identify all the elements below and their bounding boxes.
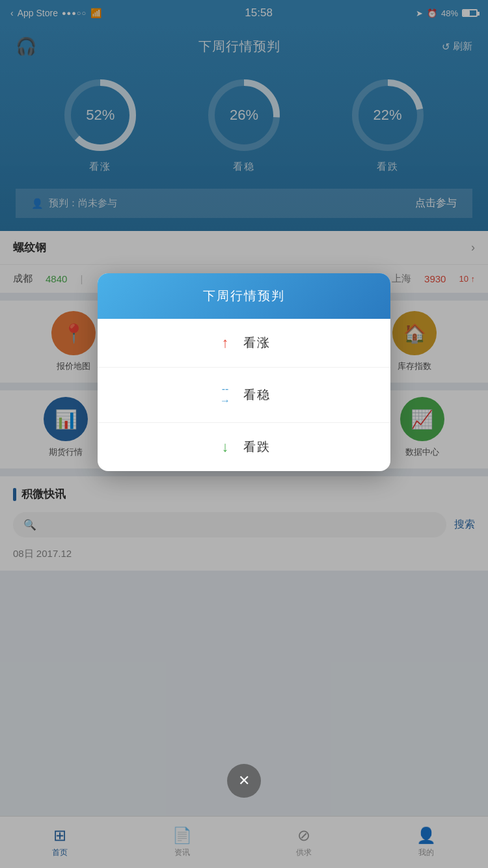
down-arrow-icon: ↓ [217, 439, 233, 455]
modal-header: 下周行情预判 [98, 273, 390, 319]
modal-bullish-label: 看涨 [243, 334, 271, 351]
modal-bearish-label: 看跌 [243, 439, 271, 455]
modal-option-bearish[interactable]: ↓ 看跌 [98, 423, 390, 471]
modal-title: 下周行情预判 [203, 289, 285, 303]
modal-overlay[interactable]: 下周行情预判 ↑ 看涨 --→ 看稳 ↓ 看跌 [0, 0, 488, 868]
up-arrow-icon: ↑ [217, 334, 233, 351]
close-modal-button[interactable]: ✕ [227, 764, 261, 798]
modal-dialog: 下周行情预判 ↑ 看涨 --→ 看稳 ↓ 看跌 [98, 273, 390, 471]
modal-option-bullish[interactable]: ↑ 看涨 [98, 319, 390, 368]
close-x-icon: ✕ [238, 772, 250, 789]
modal-option-steady[interactable]: --→ 看稳 [98, 368, 390, 423]
right-arrow-icon: --→ [217, 383, 233, 407]
modal-steady-label: 看稳 [243, 387, 271, 403]
